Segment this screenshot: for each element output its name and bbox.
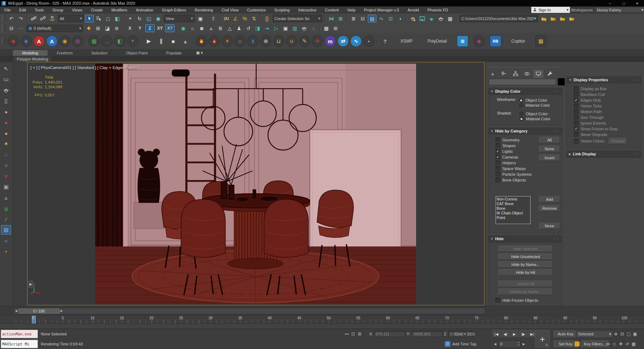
plugin-coffee[interactable]: ∪ bbox=[286, 35, 297, 47]
play-button[interactable]: ▶ bbox=[510, 330, 518, 338]
create-new-layer-button[interactable]: ✚ bbox=[84, 24, 93, 32]
ruler-label-45[interactable]: 45 bbox=[297, 316, 301, 320]
layer-explorer-toggle[interactable]: ⊟ bbox=[7, 24, 16, 32]
menu-views[interactable]: Views bbox=[68, 7, 87, 13]
checkbox-particle-systems[interactable] bbox=[496, 172, 500, 176]
radio-object-color[interactable] bbox=[519, 98, 523, 102]
plugin-green-board[interactable]: ◧ bbox=[114, 35, 126, 47]
y-coordinate-field[interactable]: -9695.891 bbox=[411, 331, 443, 337]
schematic-view-button[interactable]: ⊡ bbox=[386, 15, 395, 23]
camera-tool-icon[interactable]: ◙ bbox=[197, 24, 206, 32]
plugin-blue-diamond[interactable]: ◆ bbox=[20, 35, 32, 47]
lt-ball-icon[interactable]: ● bbox=[1, 236, 11, 245]
dotted-circle-icon[interactable]: ◌ bbox=[309, 24, 318, 32]
zoom-icon[interactable]: ⊕ bbox=[613, 331, 619, 337]
ruler-label-30[interactable]: 30 bbox=[209, 316, 213, 320]
ruler-label-60[interactable]: 60 bbox=[386, 316, 390, 320]
restrict-xy-button[interactable]: XY bbox=[155, 24, 165, 32]
ruler-label-55[interactable]: 55 bbox=[356, 316, 360, 320]
plugin-bread[interactable]: ∩ bbox=[234, 35, 246, 47]
xsmp-button[interactable]: XSMP bbox=[397, 37, 416, 45]
close-button[interactable]: × bbox=[630, 0, 644, 6]
maximize-viewport-icon[interactable]: ▦ bbox=[630, 341, 637, 347]
plugin-purple-m[interactable]: m bbox=[325, 35, 336, 47]
ruler-label-0[interactable]: 0 bbox=[32, 316, 34, 320]
ruler-label-35[interactable]: 35 bbox=[238, 316, 242, 320]
rollout-header-link-display[interactable]: ▶Link Display⋮⋮ bbox=[567, 151, 641, 157]
key-prev-button[interactable]: ◀ bbox=[492, 341, 498, 347]
select-and-rotate-button[interactable]: ↻ bbox=[135, 15, 144, 23]
x-coordinate-field[interactable]: 876.111 bbox=[374, 331, 405, 337]
plugin-sini[interactable]: ≋ bbox=[457, 35, 468, 47]
lt-grass-icon[interactable]: ψ bbox=[1, 204, 11, 213]
checkbox-lights[interactable]: ✓ bbox=[496, 149, 500, 154]
plugin-blue-a[interactable]: A bbox=[46, 35, 58, 47]
lt-pointer-icon[interactable]: ↖ bbox=[1, 64, 11, 73]
menu-interactive[interactable]: Interactive bbox=[294, 7, 321, 13]
checkbox-ignore-extents[interactable] bbox=[574, 121, 579, 125]
snaps-toggle-button[interactable]: 3 bbox=[222, 15, 230, 23]
menu-file[interactable]: File bbox=[0, 7, 15, 13]
checkbox-see-through[interactable] bbox=[574, 115, 579, 120]
checkbox-motion-path[interactable] bbox=[574, 109, 579, 114]
current-frame-field[interactable]: 0▲▼ bbox=[498, 340, 521, 348]
foliage-tool-icon[interactable]: ▲ bbox=[207, 24, 215, 32]
edit-named-selection-sets-button[interactable]: {} bbox=[263, 15, 271, 23]
menu-edit[interactable]: Edit bbox=[15, 7, 30, 13]
lt-box-icon[interactable]: ▭ bbox=[1, 75, 11, 84]
zoom-extents-icon[interactable]: ▢ bbox=[625, 331, 632, 337]
toggle-ribbon-button[interactable]: ▤ bbox=[368, 15, 376, 23]
project-folder-structure-button[interactable] bbox=[558, 15, 567, 23]
toolbar-drag-handle[interactable] bbox=[2, 25, 6, 32]
sign-in-button[interactable]: Sign In ▾ bbox=[531, 7, 570, 13]
list-item[interactable]: Bone bbox=[497, 206, 530, 211]
unhide-by-name--button[interactable]: Unhide by Name... bbox=[498, 289, 553, 295]
spinner-arrows[interactable]: ▲▼ bbox=[518, 341, 520, 346]
shaded-mode-button[interactable]: Shaded bbox=[609, 138, 627, 144]
hide-category-list[interactable]: Non-CoronaCAT BoneBoneIK Chain ObjectPoi… bbox=[496, 196, 531, 224]
hbc-list-add-button[interactable]: Add bbox=[539, 196, 560, 203]
maximize-button[interactable]: □ bbox=[617, 0, 630, 6]
named-selection-sets-dropdown[interactable]: Create Selection Se▾ bbox=[273, 15, 322, 22]
light-tool-icon[interactable]: ◉ bbox=[179, 24, 187, 32]
toolbar-drag-handle[interactable] bbox=[2, 38, 6, 45]
film-camera-icon[interactable]: ▣ bbox=[281, 24, 290, 32]
menu-animation[interactable]: Animation bbox=[132, 7, 158, 13]
ribbon-tab-selection[interactable]: Selection bbox=[82, 50, 117, 56]
hbc-invert-button[interactable]: Invert bbox=[539, 155, 560, 161]
menu-tools[interactable]: Tools bbox=[30, 7, 48, 13]
menu-civil-view[interactable]: Civil View bbox=[217, 7, 243, 13]
checkbox-shapes[interactable] bbox=[496, 143, 500, 148]
checkbox-helpers[interactable] bbox=[496, 160, 500, 165]
render-iterative-button[interactable] bbox=[436, 15, 445, 23]
use-pivot-point-center-button[interactable]: ▣ bbox=[196, 15, 205, 23]
select-and-place-button[interactable]: ◉ bbox=[154, 15, 162, 23]
redo-button[interactable]: ↷ bbox=[16, 15, 25, 23]
menu-graph-editors[interactable]: Graph Editors bbox=[158, 7, 191, 13]
restrict-y-button[interactable]: Y bbox=[135, 24, 145, 32]
time-step-back-button[interactable]: ◀ bbox=[14, 309, 18, 313]
ruler-label-20[interactable]: 20 bbox=[150, 316, 153, 320]
minimize-button[interactable]: – bbox=[603, 0, 617, 6]
selection-lock-icon[interactable]: ⊶ bbox=[343, 331, 350, 337]
curtain[interactable] bbox=[95, 64, 128, 263]
rollout-header-hide[interactable]: ▼Hide⋮⋮ bbox=[488, 236, 562, 242]
rollout-header-display-properties[interactable]: ▼Display Properties⋮⋮ bbox=[567, 77, 641, 83]
sun-tool-icon[interactable]: ☼ bbox=[188, 24, 197, 32]
ribbon-tab-modeling[interactable]: Modeling bbox=[13, 50, 48, 56]
select-and-manipulate-button[interactable]: ⇧ bbox=[209, 15, 218, 23]
plugin-orange-person[interactable]: ◉ bbox=[59, 35, 70, 47]
copitor-button[interactable]: Copitor bbox=[508, 37, 529, 45]
plugin-help[interactable]: ? bbox=[380, 36, 390, 47]
unlink-selection-button[interactable] bbox=[39, 15, 47, 23]
viewport-label[interactable]: [ + ] [ PhysCamera001 ] [ Standard ] [ C… bbox=[30, 66, 139, 70]
restrict-z-button[interactable]: Z bbox=[145, 24, 155, 32]
select-and-link-button[interactable] bbox=[29, 15, 38, 23]
absolute-mode-icon[interactable]: ⊞ bbox=[356, 331, 363, 337]
checkbox-space-warps[interactable] bbox=[496, 166, 500, 171]
plugin-eject[interactable]: ▲ bbox=[180, 36, 191, 47]
plugin-beer[interactable]: ⊔ bbox=[273, 35, 284, 47]
lt-tree-icon[interactable]: ▲ bbox=[1, 193, 11, 202]
menu-group[interactable]: Group bbox=[48, 7, 68, 13]
hbc-list-none-button[interactable]: None bbox=[539, 223, 560, 229]
